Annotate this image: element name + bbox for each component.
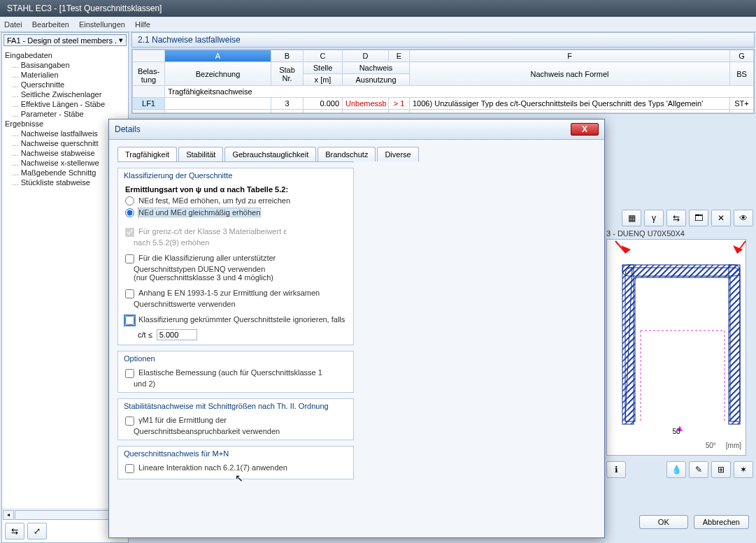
menu-bearbeiten[interactable]: Bearbeiten [32,20,69,29]
col-C[interactable]: C [304,50,343,62]
sidebar-tool-2[interactable]: ⤢ [27,523,47,540]
ratio-input[interactable] [157,329,197,340]
group-klassifizierung: Klassifizierung der Querschnitte Ermittl… [117,168,354,345]
cancel-button[interactable]: Abbrechen [694,515,749,529]
preview-tool-3[interactable]: ⇆ [666,210,686,226]
tree-item[interactable]: Effektive Längen - Stäbe [10,99,127,109]
svg-rect-1 [622,265,634,424]
ok-button[interactable]: OK [639,515,688,529]
chk-linear[interactable] [125,464,134,473]
svg-rect-3 [729,265,740,424]
dialog-title: Details [115,124,141,134]
sidebar-tool-1[interactable]: ⇆ [5,523,24,540]
menubar: Datei Bearbeiten Einstellungen Hilfe [0,17,756,32]
preview-tool-5[interactable]: ✕ [711,210,731,226]
window-title: STAHL EC3 - [1Test Querschnittsklassen] [7,3,162,13]
cell-lf[interactable]: LF1 [133,98,165,110]
tree-item[interactable]: Parameter - Stäbe [10,109,127,119]
chk-gekruemmt[interactable] [125,316,134,325]
dialog-tabs: Tragfähigkeit Stabilität Gebrauchstaugli… [117,147,354,162]
chk-elastisch[interactable] [125,369,134,378]
tab-tragfaehigkeit[interactable]: Tragfähigkeit [117,147,177,161]
radio-ned-med[interactable] [125,208,134,217]
col-G[interactable]: G [730,50,754,62]
tree-item[interactable]: Seitliche Zwischenlager [10,89,127,99]
info-icon[interactable]: ℹ [606,461,626,478]
menu-hilfe[interactable]: Hilfe [135,20,150,29]
group-mn: Querschnittsnachweis für M+N Lineare Int… [117,446,354,479]
preview-tool-4[interactable]: 🗔 [689,210,708,226]
preview-canvas[interactable]: 50 50° [mm] [606,239,746,456]
preview-bottool-1[interactable]: 💧 [666,461,686,478]
grid-row[interactable]: LF1 3 0.000 Unbemessb > 1 1006) Unzuläss… [133,98,754,110]
window-titlebar: STAHL EC3 - [1Test Querschnittsklassen] [0,0,756,17]
menu-einstellungen[interactable]: Einstellungen [79,20,125,29]
svg-line-7 [737,241,746,252]
tree-item[interactable]: Materialien [10,70,127,80]
section-title: 2.1 Nachweise lastfallweise [131,32,755,48]
preview-tool-eye[interactable]: 👁 [734,210,753,226]
chk-anhang-e[interactable] [125,289,134,298]
dim-label: 50 [607,428,746,435]
dialog-right-empty [362,147,596,479]
col-F[interactable]: F [410,50,730,62]
col-E[interactable]: E [389,50,410,62]
preview-tool-1[interactable]: ▦ [622,210,641,226]
tab-gebrauchstauglichkeit[interactable]: Gebrauchstauglichkeit [224,147,316,161]
scroll-left-icon[interactable]: ◂ [3,510,14,520]
tree-group-eingabedaten[interactable]: Eingabedaten [3,50,127,60]
tab-stabilitaet[interactable]: Stabilität [178,147,223,161]
chk-duenq[interactable] [125,254,134,263]
chevron-down-icon: ▾ [119,36,123,45]
col-D[interactable]: D [343,50,389,62]
preview-bottool-4[interactable]: ✶ [734,461,753,478]
preview-pane: ▦ γ ⇆ 🗔 ✕ 👁 3 - DUENQ U70X50X4 [606,210,753,478]
chk-grenz-ct [125,228,134,237]
col-B[interactable]: B [271,50,304,62]
tree-item[interactable]: Basisangaben [10,60,127,70]
cross-section-icon [607,240,747,456]
grid-group-row: Tragfähigkeitsnachweise [165,86,754,98]
ratio-label: c/t ≤ [138,331,152,339]
preview-title: 3 - DUENQ U70X50X4 [606,229,753,238]
col-A[interactable]: A [165,50,271,62]
details-dialog: Details X Tragfähigkeit Stabilität Gebra… [108,119,605,538]
menu-datei[interactable]: Datei [4,20,22,29]
module-dropdown[interactable]: FA1 - Design of steel members . ▾ [3,34,127,46]
chk-gamma-m1[interactable] [125,417,134,426]
radio-ned-fest[interactable] [125,196,134,205]
preview-bottool-2[interactable]: ✎ [689,461,708,478]
results-grid[interactable]: A B C D E F G Belas- tung Bezeichnung St… [131,49,755,114]
close-button[interactable]: X [571,123,599,136]
group-stabilitaet: Stabilitätsnachweise mit Schnittgrößen n… [117,398,354,440]
preview-bottool-3[interactable]: ⊞ [711,461,731,478]
group-optionen: Optionen Elastische Bemessung (auch für … [117,351,354,393]
preview-tool-2[interactable]: γ [644,210,664,226]
svg-rect-2 [622,265,740,276]
tree-item[interactable]: Querschnitte [10,80,127,89]
